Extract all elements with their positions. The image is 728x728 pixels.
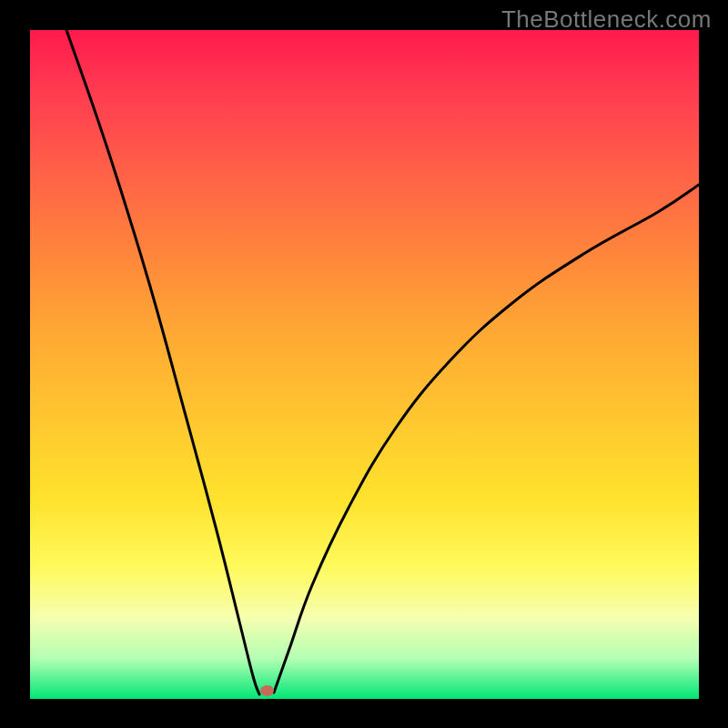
curve-left-arm: [66, 30, 259, 694]
chart-container: TheBottleneck.com: [0, 0, 728, 728]
curve-right-arm: [274, 185, 699, 693]
watermark-text: TheBottleneck.com: [501, 5, 712, 34]
curve-svg: [30, 30, 699, 699]
optimum-point-icon: [260, 685, 274, 696]
